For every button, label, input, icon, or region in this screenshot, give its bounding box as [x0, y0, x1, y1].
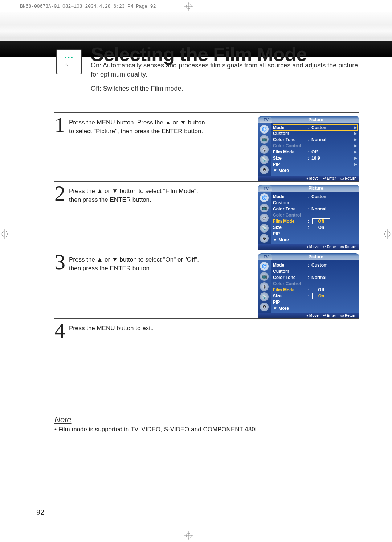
osd-row-label: PIP — [273, 231, 308, 236]
osd-screenshot-2: TV Picture 🌀 📺 ◎ 📡 ⚙ Mode:Custom Custom — [258, 185, 359, 250]
osd-tab: TV — [260, 117, 272, 123]
osd-screenshot-3: TV Picture 🌀 📺 ◎ 📡 ⚙ Mode:Custom Custom — [258, 253, 359, 318]
osd-row-value: Custom — [311, 263, 328, 268]
step-number: 3 — [54, 253, 69, 271]
step-2: 2 Press the ▲ or ▼ button to select "Fil… — [54, 181, 359, 250]
section-icon: ▪▪▪ ☟ — [56, 49, 82, 74]
sidebar-icon: 📺 — [260, 135, 269, 144]
osd-sidebar: 🌀 📺 ◎ 📡 ⚙ — [258, 260, 271, 313]
osd-row-value: Custom — [311, 194, 328, 199]
osd-option-off: Off — [312, 218, 330, 224]
osd-sidebar: 🌀 📺 ◎ 📡 ⚙ — [258, 192, 271, 244]
sidebar-icon: 🌀 — [260, 262, 269, 271]
osd-hint-return: ▭ Return — [340, 176, 356, 180]
osd-hint-move: ♦ Move — [306, 176, 318, 180]
osd-screenshot-1: TV Picture 🌀 📺 ◎ 📡 ⚙ Mode:Custom▶ Custom… — [258, 116, 359, 181]
intro-on: On: Automatically senses and processes f… — [91, 61, 359, 79]
osd-option-on: On — [312, 225, 330, 230]
chevron-right-icon: ▶ — [354, 126, 357, 130]
osd-row-label: PIP — [273, 300, 308, 305]
osd-row-label: ▼ More — [273, 237, 308, 242]
osd-hint-move: ♦ Move — [306, 245, 318, 249]
osd-row-label: Film Mode — [273, 287, 308, 292]
osd-row-value: Normal — [311, 275, 326, 280]
osd-row-label: Color Tone — [273, 206, 308, 212]
step-number: 4 — [54, 322, 69, 339]
chevron-right-icon: ▶ — [354, 162, 357, 166]
sidebar-icon: 📡 — [260, 155, 269, 164]
sidebar-icon: 🌀 — [260, 125, 269, 134]
osd-row-label: Color Control — [273, 213, 308, 218]
step-text: Press the MENU button to exit. — [69, 322, 154, 333]
step-1: 1 Press the MENU button. Press the ▲ or … — [54, 112, 359, 181]
sidebar-icon: ◎ — [260, 282, 269, 291]
osd-row-value: 16:9 — [311, 156, 320, 161]
sidebar-icon: 📡 — [260, 292, 269, 301]
osd-row-label: Size — [273, 293, 308, 299]
osd-row-label: Size — [273, 225, 308, 230]
chevron-right-icon: ▶ — [354, 137, 357, 141]
chevron-right-icon: ▶ — [354, 156, 357, 160]
registration-mark-right — [382, 229, 392, 239]
osd-row-label: PIP — [273, 162, 308, 167]
osd-row-value: Off — [311, 149, 318, 155]
osd-tab: TV — [260, 254, 272, 260]
osd-row-value: Normal — [311, 137, 326, 142]
osd-title: Picture — [272, 117, 359, 122]
sidebar-icon: 📡 — [260, 224, 269, 233]
osd-row-label: Film Mode — [273, 219, 308, 224]
step-4: 4 Press the MENU button to exit. — [54, 318, 359, 340]
step-number: 1 — [54, 116, 69, 134]
osd-footer: ♦ Move ↵ Enter ▭ Return — [258, 176, 359, 181]
sidebar-icon: ⚙ — [260, 234, 269, 243]
sidebar-icon: 🌀 — [260, 193, 269, 202]
osd-row-label: Custom — [273, 200, 308, 205]
step-text: Press the ▲ or ▼ button to select "On" o… — [69, 253, 207, 273]
osd-row-label: ▼ More — [273, 306, 308, 311]
chevron-right-icon: ▶ — [354, 150, 357, 154]
step-text: Press the ▲ or ▼ button to select "Film … — [69, 185, 207, 204]
osd-row-label: Color Control — [273, 143, 308, 148]
osd-hint-move: ♦ Move — [306, 313, 318, 317]
step-3: 3 Press the ▲ or ▼ button to select "On"… — [54, 250, 359, 318]
note-text: • Film mode is supported in TV, VIDEO, S… — [54, 426, 348, 433]
intro-off: Off: Switches off the Film mode. — [91, 84, 359, 93]
osd-row-label: Film Mode — [273, 149, 308, 155]
osd-tab: TV — [260, 185, 272, 191]
osd-row-label: Mode — [273, 125, 308, 130]
osd-row-label: Color Tone — [273, 137, 308, 142]
osd-row-label: Custom — [273, 269, 308, 274]
chevron-right-icon: ▶ — [354, 131, 357, 135]
osd-footer: ♦ Move ↵ Enter ▭ Return — [258, 313, 359, 318]
sidebar-icon: ⚙ — [260, 303, 269, 311]
sidebar-icon: 📺 — [260, 272, 269, 281]
osd-row-label: ▼ More — [273, 168, 308, 173]
osd-row-label: Size — [273, 156, 308, 161]
osd-sidebar: 🌀 📺 ◎ 📡 ⚙ — [258, 123, 271, 176]
osd-hint-enter: ↵ Enter — [323, 313, 336, 317]
osd-footer: ♦ Move ↵ Enter ▭ Return — [258, 244, 359, 250]
osd-row-label: Mode — [273, 263, 308, 268]
osd-title: Picture — [272, 254, 359, 259]
registration-mark-left — [0, 229, 10, 239]
osd-row-value: Custom — [311, 125, 328, 130]
sidebar-icon: ◎ — [260, 145, 269, 154]
osd-row-label: Custom — [273, 131, 308, 136]
osd-option-on: On — [312, 293, 330, 299]
print-meta: BN68-00678A-01_082~103 2004.4.28 6:23 PM… — [20, 4, 156, 9]
osd-row-value: Normal — [311, 206, 326, 212]
registration-mark-bottom — [184, 531, 193, 540]
sidebar-icon: ◎ — [260, 214, 269, 222]
osd-hint-return: ▭ Return — [340, 313, 356, 317]
step-number: 2 — [54, 185, 69, 202]
osd-row-label: Color Control — [273, 281, 308, 286]
registration-mark-top — [184, 2, 193, 11]
note-block: Note • Film mode is supported in TV, VID… — [54, 415, 348, 433]
osd-hint-enter: ↵ Enter — [323, 245, 336, 249]
chevron-right-icon: ▶ — [354, 144, 357, 148]
osd-row-label: Color Tone — [273, 275, 308, 280]
sidebar-icon: ⚙ — [260, 165, 269, 174]
osd-title: Picture — [272, 186, 359, 191]
step-text: Press the MENU button. Press the ▲ or ▼ … — [69, 116, 207, 136]
osd-hint-enter: ↵ Enter — [323, 176, 336, 180]
